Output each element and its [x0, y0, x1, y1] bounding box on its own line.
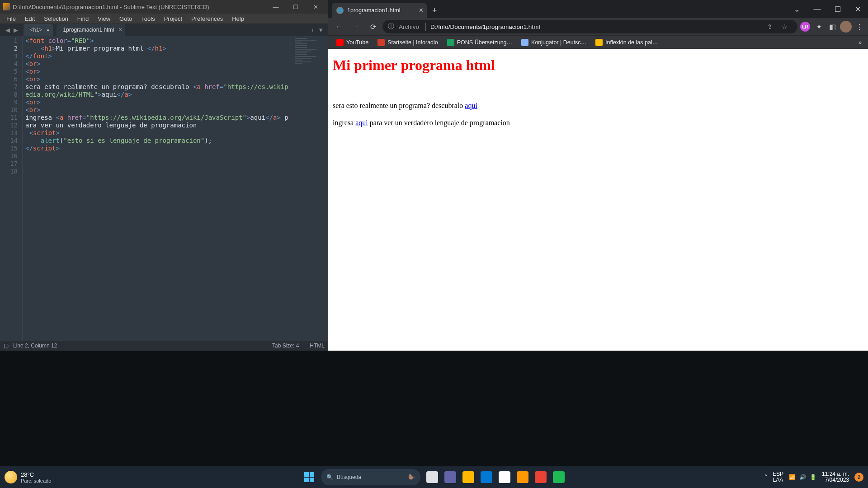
menu-selection[interactable]: Selection — [39, 14, 72, 23]
minimize-button[interactable]: — — [266, 0, 286, 14]
status-syntax[interactable]: HTML — [310, 343, 325, 349]
profile-avatar[interactable] — [840, 21, 852, 33]
back-button[interactable]: ← — [331, 20, 346, 33]
browser-tab[interactable]: 🌐 1programacion1.html × — [332, 3, 427, 18]
share-icon[interactable]: ⇪ — [767, 23, 773, 30]
taskbar-app-chrome[interactable] — [532, 468, 550, 486]
new-tab-button[interactable]: + — [309, 27, 316, 33]
notification-badge[interactable]: 2 — [854, 473, 863, 482]
task-view-icon — [426, 471, 438, 483]
menu-view[interactable]: View — [93, 14, 115, 23]
chrome-icon — [535, 471, 547, 483]
extension-badge[interactable]: LR — [799, 21, 811, 33]
bookmark-item[interactable]: PONS Übersetzung… — [443, 37, 516, 48]
clock[interactable]: 11:24 a. m. 7/04/2023 — [822, 471, 849, 483]
sublime-title: D:\Info\Documents\1programacion1.html - … — [13, 4, 266, 10]
search-icon: 🔍 — [326, 474, 333, 480]
close-button[interactable]: ✕ — [306, 0, 326, 14]
edge-icon — [481, 471, 492, 483]
taskbar-app-explorer[interactable] — [459, 468, 477, 486]
status-tabsize[interactable]: Tab Size: 4 — [272, 343, 299, 349]
start-button[interactable] — [300, 468, 318, 486]
info-icon: ⓘ — [388, 23, 394, 31]
chrome-toolbar: ← → ⟳ ⓘ Archivo D:/Info/Documents/1progr… — [328, 18, 868, 35]
menu-tools[interactable]: Tools — [137, 14, 159, 23]
forward-button[interactable]: → — [348, 20, 363, 33]
taskbar-app-chat[interactable] — [441, 468, 459, 486]
bookmark-item[interactable]: Startseite | Inforadio — [374, 37, 442, 48]
tab-close-icon[interactable]: × — [118, 26, 122, 33]
link-aqui-1[interactable]: aqui — [465, 102, 477, 109]
bookmark-item[interactable]: Konjugator | Deutsc… — [518, 37, 590, 48]
taskbar-app-sublime[interactable] — [514, 468, 532, 486]
menu-goto[interactable]: Goto — [115, 14, 137, 23]
minimize-button[interactable]: — — [807, 0, 827, 18]
minimap[interactable] — [292, 36, 328, 341]
taskbar-app-spotify[interactable] — [550, 468, 568, 486]
sidepanel-icon[interactable]: ◧ — [826, 21, 838, 33]
menu-help[interactable]: Help — [227, 14, 249, 23]
tab-close-icon[interactable]: × — [419, 6, 423, 14]
sublime-logo-icon — [3, 3, 10, 10]
sublime-titlebar[interactable]: D:\Info\Documents\1programacion1.html - … — [0, 0, 328, 14]
editor-tab[interactable]: 1programacion1.html× — [57, 24, 125, 36]
menu-preferences[interactable]: Preferences — [187, 14, 227, 23]
nav-back-icon[interactable]: ◀ — [4, 27, 12, 33]
menu-edit[interactable]: Edit — [20, 14, 39, 23]
battery-icon[interactable]: 🔋 — [810, 474, 816, 480]
bookmark-item[interactable]: Inflexión de las pal… — [592, 37, 661, 48]
taskbar-app-edge[interactable] — [477, 468, 495, 486]
close-button[interactable]: ✕ — [848, 0, 868, 18]
menu-project[interactable]: Project — [160, 14, 187, 23]
bookmark-icon — [336, 39, 344, 46]
sublime-statusbar: ▢ Line 2, Column 12 Tab Size: 4 HTML — [0, 341, 328, 351]
taskbar-app-store[interactable] — [495, 468, 514, 486]
language-indicator[interactable]: ESP LAA — [773, 471, 783, 483]
windows-logo-icon — [304, 472, 314, 482]
kebab-menu-icon[interactable]: ⋮ — [854, 21, 865, 33]
status-line-col: Line 2, Column 12 — [13, 343, 57, 349]
menu-file[interactable]: File — [2, 14, 20, 23]
page-paragraph-2: ingresa aqui para ver un verdadero lengu… — [333, 119, 863, 127]
maximize-button[interactable]: ☐ — [286, 0, 306, 14]
omnibox-prefix: Archivo — [399, 23, 419, 30]
search-mascot-icon: 🦫 — [408, 474, 415, 480]
page-heading: Mi primer programa html — [333, 57, 863, 74]
tab-favicon-icon: 🌐 — [336, 7, 344, 14]
rendered-page: Mi primer programa html sera esto realme… — [328, 49, 868, 351]
bookmark-icon — [595, 39, 603, 46]
maximize-button[interactable]: ☐ — [827, 0, 848, 18]
weather-widget[interactable]: 28°C Parc. soleado — [0, 471, 81, 483]
link-aqui-2[interactable]: aqui — [355, 119, 368, 127]
chevron-down-icon[interactable]: ⌄ — [787, 0, 807, 18]
menu-find[interactable]: Find — [73, 14, 93, 23]
explorer-icon — [462, 471, 474, 483]
tab-menu-icon[interactable]: ▼ — [316, 27, 326, 33]
extensions-icon[interactable]: ✦ — [813, 21, 825, 33]
code-area[interactable]: <font color="RED"> <h1>Mi primer program… — [23, 36, 292, 341]
taskbar-app-task-view[interactable] — [423, 468, 441, 486]
sublime-editor[interactable]: 123456789101112131415161718 <font color=… — [0, 36, 328, 341]
line-gutter: 123456789101112131415161718 — [0, 36, 23, 341]
bookmarks-overflow-icon[interactable]: » — [859, 39, 868, 46]
volume-icon[interactable]: 🔊 — [799, 474, 806, 480]
bookmarks-bar: YouTubeStartseite | InforadioPONS Überse… — [328, 35, 868, 49]
new-tab-button[interactable]: + — [432, 6, 437, 18]
store-icon — [499, 471, 510, 483]
wifi-icon[interactable]: 📶 — [789, 474, 796, 480]
panel-switcher-icon[interactable]: ▢ — [4, 343, 9, 349]
bookmark-icon — [447, 39, 454, 46]
chrome-window: 🌐 1programacion1.html × + ⌄ — ☐ ✕ ← → ⟳ … — [328, 0, 868, 351]
weather-icon — [5, 471, 17, 483]
reload-button[interactable]: ⟳ — [365, 20, 381, 33]
omnibox[interactable]: ⓘ Archivo D:/Info/Documents/1programacio… — [382, 20, 797, 33]
bookmark-item[interactable]: YouTube — [333, 37, 372, 48]
tray-chevron-icon[interactable]: ˄ — [764, 474, 767, 480]
chat-icon — [444, 471, 456, 483]
taskbar-search[interactable]: 🔍 Búsqueda 🦫 — [321, 469, 420, 485]
windows-taskbar: 28°C Parc. soleado 🔍 Búsqueda 🦫 ˄ ESP LA… — [0, 466, 868, 488]
nav-fwd-icon[interactable]: ▶ — [12, 27, 20, 33]
bookmark-star-icon[interactable]: ☆ — [782, 23, 788, 30]
search-placeholder: Búsqueda — [337, 474, 361, 480]
editor-tab[interactable]: <h1> — [24, 24, 53, 36]
